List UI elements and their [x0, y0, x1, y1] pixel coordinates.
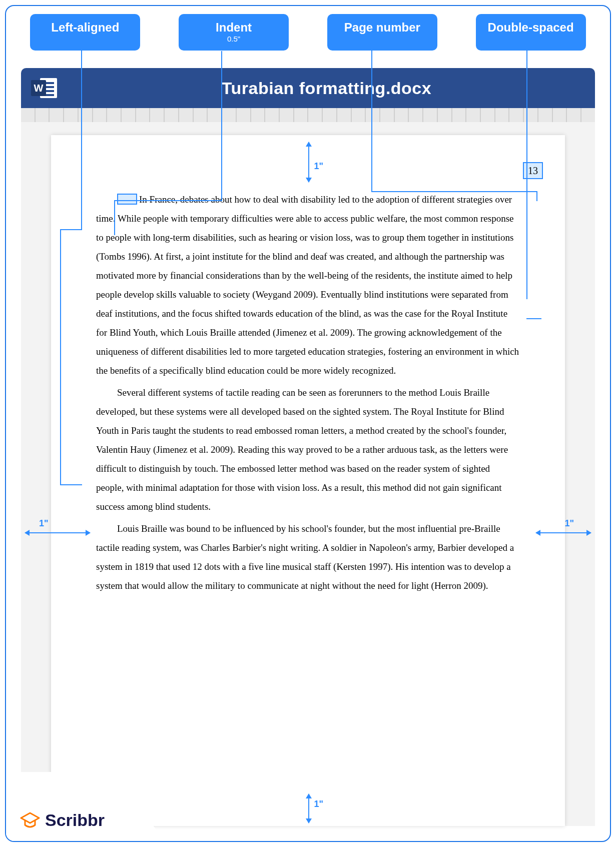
page-number-value: 13 — [528, 161, 538, 181]
label-indent: Indent 0.5" — [179, 14, 289, 51]
connector-pagenum-h — [371, 191, 536, 192]
graduation-cap-icon — [20, 812, 40, 829]
brand-name: Scribbr — [45, 810, 105, 830]
margin-arrow-bottom — [308, 794, 309, 823]
connector-indent-v2 — [114, 200, 115, 235]
connector-left-aligned-bracket — [60, 229, 61, 484]
connector-left-aligned-v — [81, 49, 82, 229]
paragraph-1-text: In France, debates about how to deal wit… — [96, 194, 519, 376]
page-background: 13 In France, debates about how to deal … — [21, 122, 595, 826]
brand-logo: Scribbr — [20, 810, 105, 830]
margin-label-bottom: 1" — [314, 795, 324, 813]
connector-pagenum-v2 — [536, 191, 537, 201]
margin-label-top: 1" — [314, 157, 324, 175]
connector-left-aligned-h2 — [60, 484, 82, 485]
label-subtext: 0.5" — [191, 35, 277, 44]
connector-ds-h — [526, 318, 541, 319]
paragraph-2-text: Several different systems of tactile rea… — [96, 387, 508, 512]
margin-arrow-right — [536, 532, 591, 533]
label-text: Double-spaced — [488, 21, 574, 34]
paragraph-3-text: Louis Braille was bound to be influenced… — [96, 523, 514, 591]
paragraph-3: Louis Braille was bound to be influenced… — [96, 519, 520, 595]
label-text: Page number — [344, 21, 420, 34]
ruler — [21, 108, 595, 122]
word-titlebar: W Turabian formatting.docx — [21, 68, 595, 108]
word-icon-letter: W — [31, 80, 46, 96]
paragraph-2: Several different systems of tactile rea… — [96, 383, 520, 516]
margin-label-right: 1" — [564, 518, 574, 529]
label-double-spaced: Double-spaced — [476, 14, 586, 51]
label-page-number: Page number — [327, 14, 437, 51]
connector-ds-v — [526, 49, 527, 299]
connector-pagenum-v — [371, 49, 372, 191]
diagram-frame: Left-aligned Indent 0.5" Page number Dou… — [5, 5, 611, 842]
margin-arrow-left — [25, 532, 90, 533]
word-icon: W — [31, 76, 58, 100]
connector-indent-h — [114, 200, 222, 201]
label-text: Indent — [216, 21, 252, 34]
indent-highlight-box — [117, 194, 137, 205]
document-page: 13 In France, debates about how to deal … — [51, 135, 565, 826]
document-filename: Turabian formatting.docx — [58, 79, 595, 98]
paragraph-1: In France, debates about how to deal wit… — [96, 190, 520, 380]
page-number-box: 13 — [523, 162, 543, 179]
margin-arrow-top — [308, 142, 309, 182]
annotation-labels-row: Left-aligned Indent 0.5" Page number Dou… — [6, 14, 610, 51]
connector-left-aligned-h — [60, 229, 82, 230]
label-left-aligned: Left-aligned — [30, 14, 140, 51]
connector-indent-v — [221, 51, 222, 200]
margin-label-left: 1" — [39, 518, 49, 529]
label-text: Left-aligned — [51, 21, 119, 34]
